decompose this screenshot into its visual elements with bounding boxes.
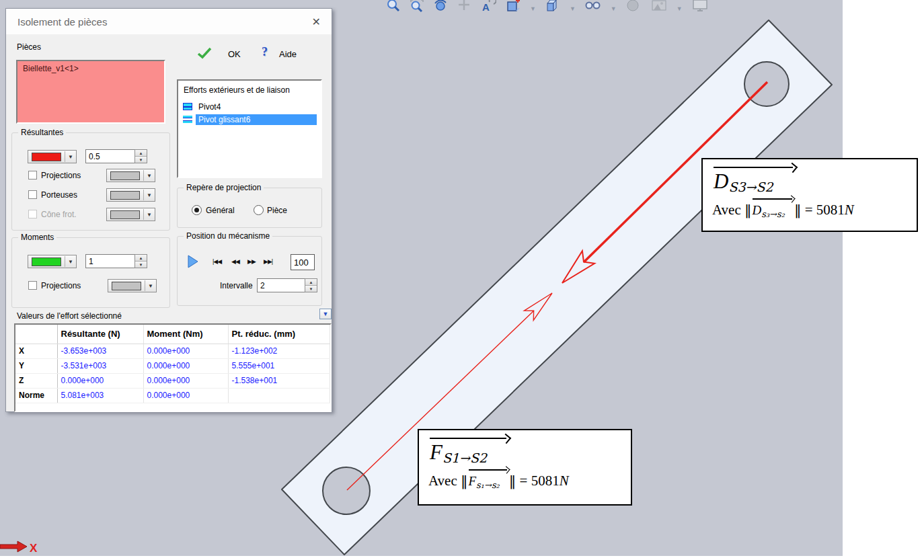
- step-back-button[interactable]: ◀◀: [231, 258, 239, 265]
- moments-group: Moments ▼ ▲ ▼ Projections ▼: [11, 237, 170, 308]
- porteuses-checkbox[interactable]: [28, 190, 37, 199]
- force-annotation-D: DS3→S2 Avec ‖Ds₃→s₂‖ = 5081N: [701, 158, 918, 232]
- moment-projections-color-button[interactable]: ▼: [108, 279, 157, 292]
- spin-up-icon[interactable]: ▲: [305, 279, 317, 285]
- intervalle-input[interactable]: [257, 278, 305, 292]
- resultante-color-button[interactable]: ▼: [28, 150, 77, 163]
- color-dropdown-icon[interactable]: ▼: [144, 212, 155, 218]
- pieces-item[interactable]: Biellette_v1<1>: [23, 64, 159, 73]
- first-position-button[interactable]: |◀◀: [213, 258, 221, 265]
- resultante-color-swatch: [32, 153, 61, 161]
- spin-up-icon[interactable]: ▲: [135, 150, 147, 156]
- cone-frot-label: Cône frot.: [41, 210, 77, 219]
- color-dropdown-icon[interactable]: ▼: [145, 283, 156, 289]
- piece-radio[interactable]: [254, 205, 264, 215]
- resultante-projections-checkbox[interactable]: [28, 171, 37, 179]
- apply-scene-icon[interactable]: [650, 0, 668, 14]
- ok-check-icon[interactable]: [197, 46, 213, 60]
- col-resultante: Résultante (N): [57, 325, 143, 344]
- repere-group: Repère de projection Général Pièce: [177, 188, 322, 228]
- pieces-label: Pièces: [17, 42, 41, 52]
- position-group: Position du mécanisme |◀◀ ◀◀ ▶▶ ▶▶| Inte…: [177, 236, 322, 306]
- spin-up-icon[interactable]: ▲: [135, 255, 147, 261]
- help-icon[interactable]: ?: [262, 45, 268, 59]
- color-dropdown-icon[interactable]: ▼: [144, 173, 155, 179]
- moment-projections-checkbox[interactable]: [28, 281, 37, 290]
- view-toolbar: A ▼ ▼ ▼ ▼: [386, 0, 736, 15]
- last-position-button[interactable]: ▶▶|: [264, 258, 272, 265]
- resultantes-title: Résultantes: [18, 128, 66, 137]
- spin-down-icon[interactable]: ▼: [305, 285, 317, 292]
- section-view-dropdown-icon[interactable]: ▼: [530, 5, 536, 12]
- values-table: Résultante (N) Moment (Nm) Pt. réduc. (m…: [14, 323, 332, 412]
- efforts-header: Efforts extérieurs et de liaison: [184, 85, 317, 95]
- color-dropdown-icon[interactable]: ▼: [144, 192, 155, 198]
- intervalle-label: Intervalle: [220, 281, 253, 290]
- cone-frot-color-button[interactable]: ▼: [106, 208, 155, 221]
- col-moment: Moment (Nm): [143, 325, 228, 344]
- position-title: Position du mécanisme: [184, 231, 272, 241]
- effort-item-pivot-glissant6[interactable]: Pivot glissant6: [182, 113, 317, 126]
- view-orientation-icon[interactable]: [545, 0, 561, 14]
- aide-button[interactable]: Aide: [279, 49, 297, 59]
- efforts-listbox[interactable]: Efforts extérieurs et de liaison Pivot4 …: [177, 79, 322, 178]
- shaded-view-icon[interactable]: [625, 0, 642, 14]
- display-settings-icon[interactable]: [584, 0, 602, 14]
- moment-scale-spinner: ▲ ▼: [134, 254, 147, 268]
- isolement-dialog: Isolement de pièces ✕ Pièces Biellette_v…: [5, 8, 332, 412]
- porteuses-color-button[interactable]: ▼: [106, 188, 155, 202]
- table-row: Z 0.000e+000 0.000e+000 -1.538e+001: [15, 373, 330, 388]
- pieces-list[interactable]: Biellette_v1<1>: [16, 60, 165, 124]
- svg-text:A: A: [482, 1, 490, 13]
- pivot-joint-icon: [183, 103, 192, 110]
- moment-color-button[interactable]: ▼: [28, 255, 77, 268]
- collapse-values-button[interactable]: ▼: [319, 309, 332, 319]
- piece-radio-label: Pièce: [267, 206, 287, 215]
- ok-button[interactable]: OK: [228, 49, 241, 59]
- annotation-vector-title: DS3→S2: [712, 162, 909, 192]
- dialog-title: Isolement de pièces: [17, 16, 107, 28]
- cone-frot-checkbox: [28, 210, 37, 218]
- rotate-view-icon[interactable]: [433, 0, 448, 14]
- table-row: Norme 5.081e+003 0.000e+000: [15, 388, 330, 403]
- table-row: X -3.653e+003 0.000e+000 -1.123e+002: [15, 344, 330, 358]
- projections-color-button[interactable]: ▼: [106, 169, 155, 182]
- annotation-scale-icon[interactable]: A: [480, 0, 496, 14]
- color-dropdown-icon[interactable]: ▼: [65, 259, 76, 265]
- resultante-projections-label: Projections: [41, 171, 81, 180]
- step-forward-button[interactable]: ▶▶: [247, 258, 256, 265]
- apply-scene-dropdown-icon[interactable]: ▼: [677, 5, 683, 12]
- color-dropdown-icon[interactable]: ▼: [65, 154, 76, 160]
- moment-scale-input[interactable]: [85, 254, 134, 268]
- general-radio-label: Général: [206, 206, 235, 215]
- moments-title: Moments: [18, 233, 56, 242]
- porteuses-label: Porteuses: [41, 190, 77, 200]
- spin-down-icon[interactable]: ▼: [135, 261, 147, 268]
- valeurs-label: Valeurs de l'effort sélectionné: [17, 311, 122, 321]
- moment-color-swatch: [32, 257, 61, 266]
- resultante-scale-spinner: ▲ ▼: [134, 149, 147, 163]
- display-settings-dropdown-icon[interactable]: ▼: [611, 5, 617, 12]
- zoom-to-fit-icon[interactable]: [386, 0, 401, 14]
- moment-scale-field: ▲ ▼: [85, 254, 147, 268]
- moment-projections-label: Projections: [41, 281, 81, 290]
- view-orientation-dropdown-icon[interactable]: ▼: [570, 5, 576, 12]
- pan-icon[interactable]: [457, 0, 471, 14]
- filter-down-icon: ▼: [323, 311, 329, 317]
- annotation-norm-line: Avec ‖Fs₁→s₂‖ = 5081N: [428, 467, 623, 489]
- close-icon[interactable]: ✕: [309, 14, 323, 30]
- resultante-scale-field: ▲ ▼: [85, 149, 147, 163]
- play-button[interactable]: [188, 255, 198, 268]
- camera-view-icon[interactable]: [691, 0, 709, 14]
- table-row-empty: [15, 403, 330, 411]
- general-radio[interactable]: [192, 205, 202, 215]
- effort-item-pivot4[interactable]: Pivot4: [182, 100, 317, 113]
- x-axis-label: X: [30, 542, 38, 555]
- resultante-scale-input[interactable]: [85, 149, 134, 163]
- intervalle-spinner: ▲ ▼: [305, 278, 317, 292]
- section-view-icon[interactable]: [505, 0, 521, 14]
- dialog-titlebar[interactable]: Isolement de pièces ✕: [6, 9, 332, 34]
- spin-down-icon[interactable]: ▼: [135, 156, 147, 163]
- zoom-to-area-icon[interactable]: [410, 0, 424, 14]
- frame-number-input[interactable]: [291, 254, 315, 270]
